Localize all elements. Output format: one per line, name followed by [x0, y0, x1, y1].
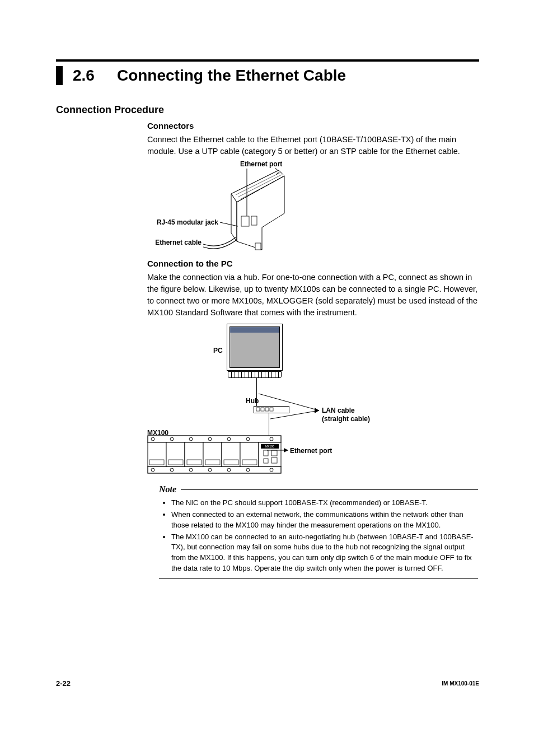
label-lan-cable-1: LAN cable: [322, 407, 355, 414]
svg-line-3: [236, 172, 280, 195]
svg-marker-1: [231, 194, 237, 241]
svg-rect-47: [242, 460, 257, 465]
svg-rect-19: [148, 436, 281, 442]
section-title-row: 2.6 Connecting the Ethernet Cable: [56, 66, 346, 85]
svg-marker-55: [284, 448, 288, 452]
svg-rect-51: [271, 458, 277, 463]
connector-diagram-icon: [147, 160, 293, 255]
svg-point-23: [189, 437, 193, 441]
note-bottom-rule: [159, 578, 478, 579]
svg-point-32: [227, 468, 231, 472]
svg-point-31: [208, 468, 212, 472]
section-title: Connecting the Ethernet Cable: [117, 67, 346, 85]
svg-point-33: [246, 468, 250, 472]
connectors-text: Connect the Ethernet cable to the Ethern…: [147, 134, 477, 157]
svg-rect-43: [168, 460, 183, 465]
h3-connectors: Connectors: [147, 121, 477, 130]
svg-point-25: [227, 437, 231, 441]
svg-rect-9: [241, 216, 249, 226]
lan-pointer-icon: [256, 377, 324, 427]
section-number: 2.6: [73, 67, 95, 85]
svg-line-4: [238, 175, 282, 197]
label-pc: PC: [213, 347, 223, 354]
svg-marker-0: [231, 170, 284, 202]
svg-rect-20: [148, 466, 281, 473]
figure-topology: PC Hub LAN cable (straight cable) MX100 …: [147, 321, 477, 478]
svg-point-22: [170, 437, 174, 441]
svg-line-17: [270, 410, 319, 419]
label-lan-cable-2: (straight cable): [322, 415, 370, 423]
svg-point-26: [246, 437, 250, 441]
svg-rect-45: [205, 460, 220, 465]
svg-line-16: [259, 394, 319, 410]
svg-point-21: [151, 437, 154, 441]
svg-point-28: [151, 468, 154, 472]
svg-point-34: [270, 468, 273, 472]
svg-rect-10: [251, 216, 257, 225]
pc-monitor-icon: [227, 324, 283, 371]
h3-connection-pc: Connection to the PC: [147, 259, 477, 268]
svg-point-24: [208, 437, 212, 441]
eport-pointer-icon: [267, 446, 292, 453]
h2-connection-procedure: Connection Procedure: [56, 104, 164, 116]
connection-pc-text: Make the connection via a hub. For one-t…: [147, 272, 477, 319]
svg-rect-44: [187, 460, 202, 465]
note-item: When connected to an external network, t…: [171, 510, 478, 531]
svg-rect-11: [255, 243, 261, 250]
svg-rect-52: [264, 459, 268, 463]
note-top-rule: [181, 489, 478, 490]
note-heading: Note: [159, 484, 176, 494]
note-item: The NIC on the PC should support 100BASE…: [171, 498, 478, 508]
svg-rect-46: [224, 460, 238, 465]
svg-point-30: [189, 468, 193, 472]
label-ethernet-port-2: Ethernet port: [290, 447, 332, 455]
figure-connector: Ethernet port RJ-45 modular jack Etherne…: [147, 160, 293, 255]
note-list: The NIC on the PC should support 100BASE…: [159, 498, 478, 574]
page-number: 2-22: [56, 679, 71, 688]
mx100-unit-icon: MX100: [147, 435, 287, 475]
top-rule: [56, 59, 479, 62]
doc-id: IM MX100-01E: [442, 680, 479, 687]
svg-point-27: [270, 437, 273, 441]
svg-marker-18: [315, 408, 319, 413]
note-block: Note The NIC on the PC should support 10…: [159, 484, 478, 579]
title-mark: [56, 66, 63, 85]
note-item: The MX100 can be connected to an auto-ne…: [171, 532, 478, 574]
svg-point-29: [170, 468, 174, 472]
svg-rect-42: [149, 460, 164, 465]
